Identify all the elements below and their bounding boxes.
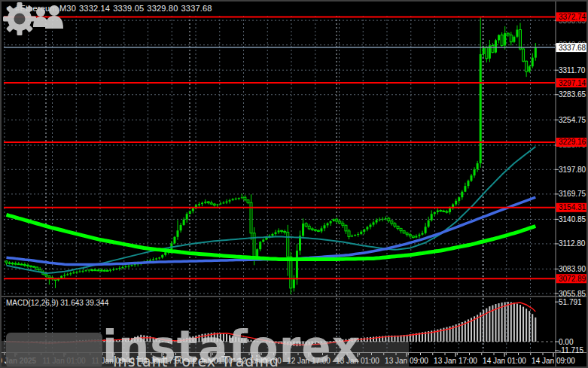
time-axis[interactable]: 10 Jan 202511 Jan 01:0011 Jan 09:0011 Ja… bbox=[2, 353, 575, 365]
symbol-timeframe-label: #Ethereum,M30 bbox=[15, 4, 76, 13]
macd-axis-label: 51.791 bbox=[559, 298, 582, 306]
level-price-badge: 3229.16 bbox=[559, 138, 586, 146]
time-axis-label: 14 Jan 01:00 bbox=[483, 357, 526, 365]
price-axis-label: 3083.90 bbox=[559, 265, 586, 273]
time-axis-label: 13 Jan 17:00 bbox=[434, 357, 477, 365]
price-axis-label: 3169.75 bbox=[559, 190, 586, 198]
chart-title: ▼#Ethereum,M303332.143339.053329.803337.… bbox=[5, 4, 215, 13]
day-separator-lines bbox=[46, 16, 483, 351]
time-axis-label: 14 Jan 09:00 bbox=[532, 357, 575, 365]
price-axis[interactable]: 3368.653340.603311.703283.653254.753225.… bbox=[555, 12, 588, 354]
time-axis-label: 11 Jan 17:00 bbox=[140, 357, 184, 365]
price-axis-label: 3140.85 bbox=[559, 215, 586, 224]
time-axis-label: 13 Jan 09:00 bbox=[385, 357, 428, 365]
level-price-badge: 3154.31 bbox=[559, 203, 586, 211]
level-price-badge: 3072.89 bbox=[559, 275, 586, 283]
price-axis-label: 3311.70 bbox=[559, 66, 586, 75]
price-axis-label: 3197.80 bbox=[559, 166, 586, 174]
price-axis-label: 3254.75 bbox=[559, 116, 586, 124]
time-axis-label: 10 Jan 2025 bbox=[2, 357, 37, 365]
level-price-badge: 3297.14 bbox=[559, 79, 586, 87]
macd-axis-label: 0.00 bbox=[559, 338, 574, 346]
price-axis-label: 3283.65 bbox=[559, 90, 586, 99]
symbol-dropdown-icon[interactable]: ▼ bbox=[5, 5, 11, 12]
time-axis-label: 11 Jan 01:00 bbox=[42, 357, 86, 365]
candles-series bbox=[5, 17, 537, 294]
time-axis-label: 12 Jan 01:00 bbox=[189, 357, 233, 365]
trading-chart-window: 3368.653340.603311.703283.653254.753225.… bbox=[0, 0, 588, 368]
macd-indicator-label: MACD(12,26,9) 31.643 39.344 bbox=[6, 299, 108, 307]
time-axis-label: 12 Jan 09:00 bbox=[238, 357, 282, 365]
time-axis-label: 13 Jan 01:00 bbox=[336, 357, 379, 365]
macd-axis-label: -11.715 bbox=[559, 346, 584, 354]
price-axis-label: 3055.85 bbox=[559, 290, 586, 298]
support-resistance-lines bbox=[4, 17, 555, 278]
time-axis-label: 12 Jan 17:00 bbox=[287, 357, 331, 365]
bid-price-badge: 3337.68 bbox=[559, 44, 586, 52]
ohlc-high: 3339.05 bbox=[113, 4, 144, 13]
ma-line-teal bbox=[7, 147, 536, 273]
time-axis-label: 11 Jan 09:00 bbox=[91, 357, 135, 365]
ohlc-open: 3332.14 bbox=[79, 4, 110, 13]
chart-plot-area[interactable]: 3368.653340.603311.703283.653254.753225.… bbox=[2, 2, 588, 368]
ohlc-close: 3337.68 bbox=[181, 4, 212, 13]
level-price-badge: 3372.74 bbox=[559, 13, 586, 21]
ohlc-low: 3329.80 bbox=[147, 4, 178, 13]
macd-histogram bbox=[6, 302, 537, 346]
price-axis-label: 3112.80 bbox=[559, 239, 586, 248]
